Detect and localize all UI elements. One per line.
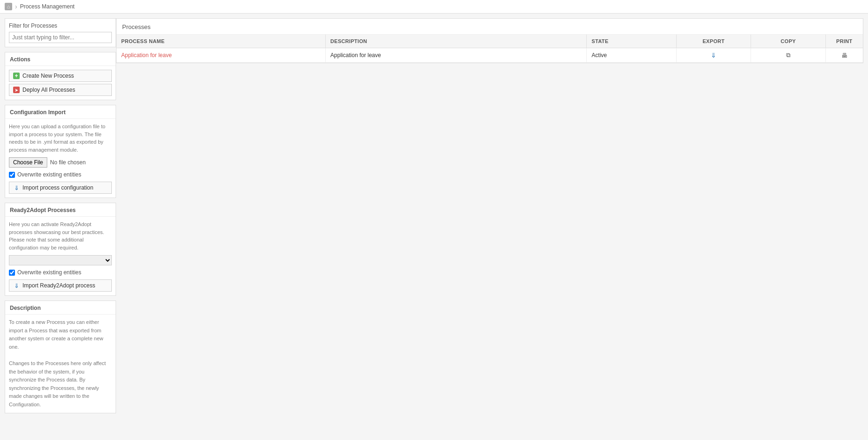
create-new-process-label: Create New Process: [22, 73, 74, 79]
import-ready2adopt-label: Import Ready2Adopt process: [22, 282, 95, 289]
col-header-print: PRINT: [825, 35, 863, 48]
process-name-link[interactable]: Application for leave: [121, 52, 172, 59]
deploy-all-processes-label: Deploy All Processes: [22, 87, 75, 93]
description-title: Description: [5, 301, 116, 315]
import-process-config-button[interactable]: ⇓ Import process configuration: [9, 182, 112, 194]
r2a-overwrite-row: Overwrite existing entities: [9, 269, 112, 276]
content-area: Processes PROCESS NAME DESCRIPTION STATE…: [116, 18, 863, 63]
cell-print: 🖶: [825, 48, 863, 63]
create-new-process-button[interactable]: + Create New Process: [9, 70, 112, 82]
home-icon[interactable]: ⌂: [5, 3, 12, 10]
overwrite-existing-row: Overwrite existing entities: [9, 171, 112, 178]
description-section: Description To create a new Process you …: [5, 301, 116, 413]
sidebar: Filter for Processes Actions + Create Ne…: [5, 18, 116, 413]
cell-copy: ⧉: [751, 48, 826, 63]
table-row: Application for leave Application for le…: [117, 48, 863, 63]
actions-body: + Create New Process ➤ Deploy All Proces…: [5, 66, 116, 100]
import-ready2adopt-button[interactable]: ⇓ Import Ready2Adopt process: [9, 279, 112, 292]
cell-process-name: Application for leave: [117, 48, 326, 63]
ready2adopt-body: Here you can activate Ready2Adopt proces…: [5, 217, 116, 295]
cell-description: Application for leave: [326, 48, 587, 63]
description-text: To create a new Process you can either i…: [9, 318, 112, 409]
copy-icon[interactable]: ⧉: [786, 51, 790, 59]
ready2adopt-section: Ready2Adopt Processes Here you can activ…: [5, 203, 116, 296]
print-icon[interactable]: 🖶: [841, 52, 847, 59]
plus-icon: +: [13, 73, 20, 79]
config-import-description: Here you can upload a configuration file…: [9, 123, 112, 154]
overwrite-existing-label: Overwrite existing entities: [17, 171, 81, 178]
processes-table: PROCESS NAME DESCRIPTION STATE EXPORT CO…: [117, 35, 863, 63]
breadcrumb-page-title: Process Management: [20, 3, 75, 10]
no-file-label: No file chosen: [50, 159, 86, 166]
download-icon: ⇓: [13, 184, 20, 191]
processes-section-title: Processes: [117, 19, 863, 35]
col-header-process-name: PROCESS NAME: [117, 35, 326, 48]
actions-title: Actions: [5, 52, 116, 66]
processes-table-header-row: PROCESS NAME DESCRIPTION STATE EXPORT CO…: [117, 35, 863, 48]
ready2adopt-select[interactable]: [9, 255, 112, 265]
breadcrumb: ⌂ › Process Management: [0, 0, 868, 14]
main-layout: Filter for Processes Actions + Create Ne…: [0, 14, 868, 418]
config-import-body: Here you can upload a configuration file…: [5, 119, 116, 198]
overwrite-existing-checkbox[interactable]: [9, 172, 15, 178]
col-header-copy: COPY: [751, 35, 826, 48]
choose-file-button[interactable]: Choose File: [9, 157, 47, 168]
ready2adopt-description: Here you can activate Ready2Adopt proces…: [9, 220, 112, 251]
col-header-description: DESCRIPTION: [326, 35, 587, 48]
export-download-icon[interactable]: ⇓: [711, 51, 716, 59]
actions-section: Actions + Create New Process ➤ Deploy Al…: [5, 52, 116, 100]
file-input-row: Choose File No file chosen: [9, 157, 112, 168]
filter-title: Filter for Processes: [9, 22, 112, 29]
config-import-title: Configuration Import: [5, 105, 116, 119]
cell-export: ⇓: [676, 48, 751, 63]
breadcrumb-separator: ›: [15, 3, 17, 10]
filter-input[interactable]: [9, 32, 112, 43]
col-header-export: EXPORT: [676, 35, 751, 48]
processes-table-head: PROCESS NAME DESCRIPTION STATE EXPORT CO…: [117, 35, 863, 48]
deploy-all-processes-button[interactable]: ➤ Deploy All Processes: [9, 84, 112, 96]
config-import-section: Configuration Import Here you can upload…: [5, 105, 116, 198]
import-process-config-label: Import process configuration: [22, 184, 93, 191]
processes-table-body: Application for leave Application for le…: [117, 48, 863, 63]
filter-section: Filter for Processes: [5, 18, 116, 47]
col-header-state: STATE: [587, 35, 676, 48]
cell-state: Active: [587, 48, 676, 63]
rocket-icon: ➤: [13, 87, 20, 93]
r2a-overwrite-checkbox[interactable]: [9, 270, 15, 276]
description-body: To create a new Process you can either i…: [5, 315, 116, 413]
r2a-overwrite-label: Overwrite existing entities: [17, 269, 81, 276]
r2a-download-icon: ⇓: [13, 282, 20, 289]
ready2adopt-title: Ready2Adopt Processes: [5, 203, 116, 217]
